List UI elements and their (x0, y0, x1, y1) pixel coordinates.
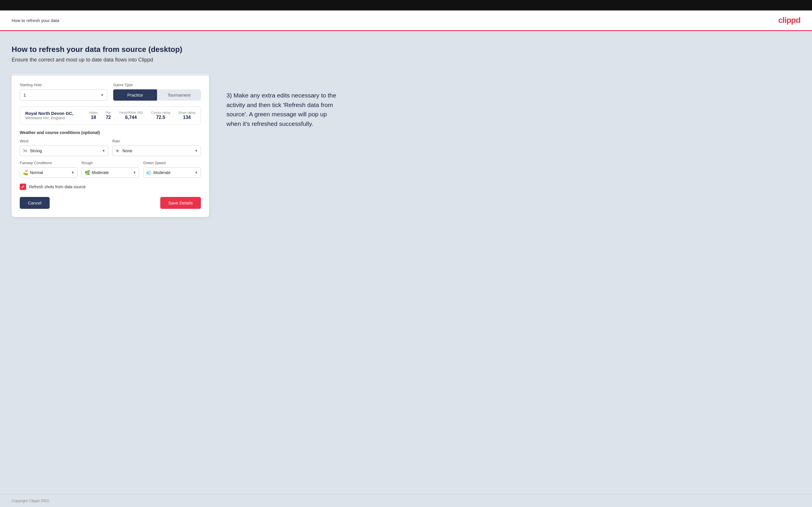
yards-label: Yards/White (M)) (119, 111, 143, 114)
course-rating-stat: Course rating 72.5 (151, 111, 170, 120)
green-speed-select-wrapper: 💨 Moderate Slow Fast ▼ (143, 167, 201, 178)
rough-icon: 🌿 (85, 170, 90, 175)
page-heading: How to refresh your data from source (de… (12, 45, 800, 54)
refresh-checkbox-label: Refresh shots from data source (29, 184, 86, 189)
par-label: Par (106, 111, 111, 114)
course-name: Royal North Devon GC, (25, 111, 84, 116)
description-block: 3) Make any extra edits necessary to the… (226, 73, 337, 128)
wind-rain-row: Wind 🌬 Strong Calm Light Moderate ▼ Rain (20, 139, 201, 156)
page-subheading: Ensure the correct and most up to date d… (12, 57, 800, 63)
fairway-label: Fairway Conditions (20, 161, 78, 165)
green-speed-label: Green Speed (143, 161, 201, 165)
refresh-checkbox-row: ✓ Refresh shots from data source (20, 184, 201, 190)
slope-rating-label: Slope rating (178, 111, 195, 114)
checkmark-icon: ✓ (21, 184, 25, 189)
wind-group: Wind 🌬 Strong Calm Light Moderate ▼ (20, 139, 108, 156)
yards-value: 6,744 (125, 115, 137, 120)
wind-select-wrapper: 🌬 Strong Calm Light Moderate ▼ (20, 146, 108, 156)
game-type-label: Game Type (113, 83, 201, 87)
par-value: 72 (106, 115, 111, 120)
slope-rating-value: 134 (183, 115, 191, 120)
footer: Copyright Clippd 2022 (0, 494, 812, 507)
par-stat: Par 72 (106, 111, 111, 120)
fairway-select-wrapper: ⛳ Normal Soft Hard ▼ (20, 167, 78, 178)
footer-text: Copyright Clippd 2022 (12, 499, 49, 503)
game-type-toggle: Practice Tournament (113, 89, 201, 101)
starting-hole-select-wrapper: 1 10 ▼ (20, 89, 107, 101)
card-top-strip (12, 73, 209, 76)
holes-stat: Holes 18 (89, 111, 98, 120)
rain-icon: ☀ (115, 148, 119, 154)
rain-select[interactable]: None Light Heavy (112, 146, 201, 156)
starting-hole-label: Starting Hole (20, 83, 107, 87)
logo: clippd (778, 16, 800, 25)
save-button[interactable]: Save Details (160, 197, 201, 209)
game-type-group: Game Type Practice Tournament (113, 83, 201, 101)
cancel-button[interactable]: Cancel (20, 197, 50, 209)
header-title: How to refresh your data (12, 18, 59, 23)
course-rating-label: Course rating (151, 111, 170, 114)
form-card: Starting Hole 1 10 ▼ Game Type Practice … (12, 73, 209, 217)
starting-hole-game-type-row: Starting Hole 1 10 ▼ Game Type Practice … (20, 83, 201, 101)
fairway-icon: ⛳ (22, 170, 29, 175)
button-row: Cancel Save Details (20, 197, 201, 209)
content-row: Starting Hole 1 10 ▼ Game Type Practice … (12, 73, 800, 217)
fairway-rough-green-row: Fairway Conditions ⛳ Normal Soft Hard ▼ … (20, 161, 201, 178)
rough-label: Rough (82, 161, 139, 165)
holes-value: 18 (91, 115, 96, 120)
rain-label: Rain (112, 139, 201, 143)
rain-select-wrapper: ☀ None Light Heavy ▼ (112, 146, 201, 156)
holes-label: Holes (89, 111, 98, 114)
course-location: Westward Ho!, England (25, 116, 84, 120)
course-info-box: Royal North Devon GC, Westward Ho!, Engl… (20, 106, 201, 124)
tournament-toggle-btn[interactable]: Tournament (157, 89, 201, 101)
course-rating-value: 72.5 (156, 115, 165, 120)
wind-label: Wind (20, 139, 108, 143)
main-content: How to refresh your data from source (de… (0, 31, 812, 494)
fairway-group: Fairway Conditions ⛳ Normal Soft Hard ▼ (20, 161, 78, 178)
rough-group: Rough 🌿 Moderate Light Heavy ▼ (82, 161, 139, 178)
rough-select-wrapper: 🌿 Moderate Light Heavy ▼ (82, 167, 139, 178)
slope-rating-stat: Slope rating 134 (178, 111, 195, 120)
green-speed-icon: 💨 (146, 170, 152, 175)
practice-toggle-btn[interactable]: Practice (113, 89, 157, 101)
wind-select[interactable]: Strong Calm Light Moderate (20, 146, 108, 156)
yards-stat: Yards/White (M)) 6,744 (119, 111, 143, 120)
refresh-checkbox[interactable]: ✓ (20, 184, 26, 190)
starting-hole-group: Starting Hole 1 10 ▼ (20, 83, 107, 101)
green-speed-group: Green Speed 💨 Moderate Slow Fast ▼ (143, 161, 201, 178)
starting-hole-select[interactable]: 1 10 (20, 89, 107, 101)
course-name-block: Royal North Devon GC, Westward Ho!, Engl… (25, 111, 84, 120)
rain-group: Rain ☀ None Light Heavy ▼ (112, 139, 201, 156)
wind-icon: 🌬 (22, 148, 27, 154)
course-stats: Holes 18 Par 72 Yards/White (M)) 6,744 C… (89, 111, 195, 120)
header: How to refresh your data clippd (0, 10, 812, 31)
conditions-title: Weather and course conditions (optional) (20, 130, 201, 135)
top-bar (0, 0, 812, 10)
description-text: 3) Make any extra edits necessary to the… (226, 91, 337, 128)
